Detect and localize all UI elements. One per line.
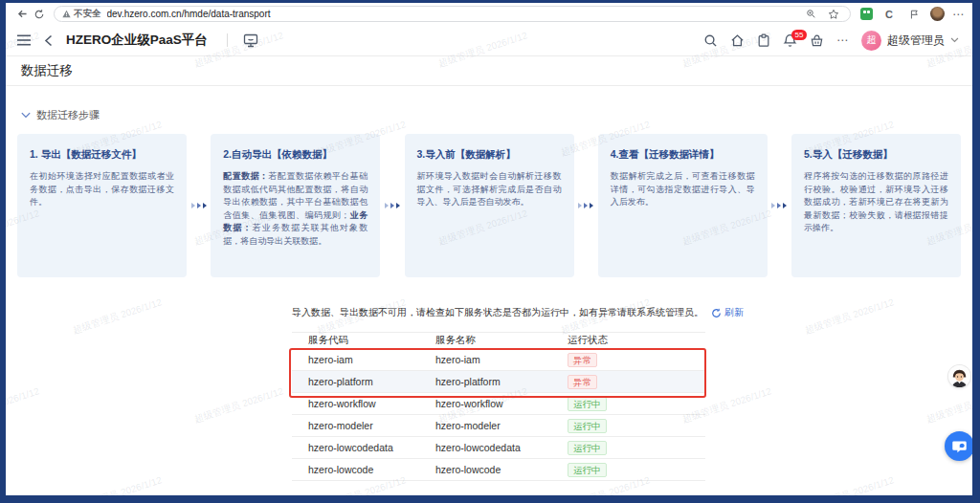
notification-bell-icon[interactable]: 55 [783,33,797,48]
step-card: 3.导入前【数据解析】新环境导入数据时会自动解析迁移数据文件，可选择解析完成后是… [405,134,574,277]
menu-hamburger-icon[interactable] [17,34,31,46]
cell-service-name: hzero-lowcodedata [435,442,568,453]
status-badge: 运行中 [568,441,607,455]
user-name: 超级管理员 [887,33,945,49]
step-body: 数据解析完成之后，可查看迁移数据详情，可勾选指定数据进行导入、导入后发布。 [611,170,755,209]
search-icon[interactable] [703,33,718,48]
cell-service-name: hzero-modeler [435,420,568,431]
col-header-service-code: 服务代码 [308,334,435,347]
watermark-text: 超级管理员 2026/1/12 [803,295,896,337]
status-badge: 异常 [568,353,597,367]
address-bar[interactable]: 不安全 dev.hzero.com.cn/hmde/data-transport [54,6,851,22]
not-secure-warning[interactable]: 不安全 [62,8,101,20]
cell-service-name: hzero-lowcode [435,464,568,475]
watermark-text: 超级管理员 2026/1/12 [71,295,164,337]
step-body: 新环境导入数据时会自动解析迁移数据文件，可选择解析完成后是否自动导入、导入后是否… [417,170,562,209]
table-header-row: 服务代码 服务名称 运行状态 [292,332,705,349]
cell-run-status: 运行中 [568,463,705,477]
table-row: hzero-lowcodedatahzero-lowcodedata运行中 [292,437,705,459]
app-title: HZERO企业级PaaS平台 [66,32,208,49]
steps-row: 1. 导出【数据迁移文件】在初始环境选择对应配置数据或者业务数据，点击导出，保存… [6,122,972,277]
step-arrow-icon [574,134,598,277]
section-chevron-icon [21,112,31,119]
cell-service-name: hzero-platform [435,376,568,387]
screenshot-frame: 不安全 dev.hzero.com.cn/hmde/data-transport… [0,0,980,503]
browser-profile-avatar[interactable] [930,7,945,21]
user-avatar[interactable]: 超 [861,31,881,51]
cell-run-status: 运行中 [568,441,705,455]
browser-sync-icon[interactable]: C [880,6,898,23]
step-arrow-icon [187,134,211,277]
step-title: 4.查看【迁移数据详情】 [611,148,755,162]
chat-assistant-button[interactable] [945,431,972,461]
watermark-text: 超级管理员 2026/1/12 [6,384,41,426]
extensions-icon[interactable] [860,8,873,20]
step-title: 3.导入前【数据解析】 [417,148,562,162]
flag-icon[interactable] [905,6,923,23]
cell-run-status: 运行中 [568,397,705,411]
chat-bubble-icon [951,438,968,454]
browser-more-icon[interactable]: ⋯ [952,8,965,21]
watermark-text: 超级管理员 2026/1/12 [924,384,972,426]
url-text[interactable]: dev.hzero.com.cn/hmde/data-transport [107,9,803,19]
step-body: 配置数据：若配置数据依赖平台基础数据或低代码其他配置数据，将自动导出依赖数据，其… [223,170,368,248]
assistant-avatar-widget[interactable] [948,365,970,387]
warning-triangle-icon [62,10,71,18]
step-title: 2.自动导出【依赖数据】 [223,148,368,162]
col-header-run-status: 运行状态 [568,334,705,347]
market-basket-icon[interactable] [810,33,824,48]
step-body: 程序将按勾选的迁移数据的原路径进行校验。校验通过，新环境导入迁移数据成功，若新环… [804,170,948,235]
step-title: 1. 导出【数据迁移文件】 [30,148,174,162]
step-body: 在初始环境选择对应配置数据或者业务数据，点击导出，保存数据迁移文件。 [30,170,174,209]
zoom-page-icon[interactable] [802,6,819,23]
cell-service-code: hzero-modeler [308,420,435,431]
favorite-star-icon[interactable] [825,6,842,23]
table-row: hzero-lowcodehzero-lowcode运行中 [292,459,705,481]
col-header-service-name: 服务名称 [435,334,568,347]
service-notice-text: 导入数据、导出数据不可用，请检查如下服务状态是否都为运行中，如有异常请联系系统管… [292,306,703,319]
cell-service-code: hzero-workflow [308,398,435,409]
workbench-monitor-icon[interactable] [243,33,258,48]
service-table-body: hzero-iamhzero-iam异常hzero-platformhzero-… [292,349,705,481]
page-title-row: 数据迁移 [6,56,972,86]
step-card: 1. 导出【数据迁移文件】在初始环境选择对应配置数据或者业务数据，点击导出，保存… [17,134,187,277]
browser-window: 不安全 dev.hzero.com.cn/hmde/data-transport… [6,3,972,495]
nav-back-icon[interactable] [44,34,53,47]
watermark-text: 超级管理员 2026/1/12 [71,473,164,495]
section-toggle-label: 数据迁移步骤 [36,108,100,122]
step-arrow-icon [768,134,791,277]
status-badge: 异常 [568,375,597,389]
clipboard-icon[interactable] [757,33,770,48]
step-card: 4.查看【迁移数据详情】数据解析完成之后，可查看迁移数据详情，可勾选指定数据进行… [598,134,768,277]
cell-service-code: hzero-lowcode [308,464,435,475]
step-arrow-icon [380,134,404,277]
status-badge: 运行中 [568,463,607,477]
home-icon[interactable] [730,33,745,48]
not-secure-label: 不安全 [74,8,101,20]
app-header: HZERO企业级PaaS平台 55 [6,25,972,56]
cell-service-name: hzero-iam [435,354,568,365]
header-more-icon[interactable]: ⋯ [836,33,849,47]
service-notice-line: 导入数据、导出数据不可用，请检查如下服务状态是否都为运行中，如有异常请联系系统管… [292,306,709,319]
cell-run-status: 运行中 [568,419,705,433]
chevron-down-icon [950,37,959,43]
cell-service-code: hzero-lowcodedata [308,442,435,453]
cell-run-status: 异常 [568,353,705,367]
user-menu[interactable]: 超 超级管理员 [861,31,959,51]
table-row: hzero-modelerhzero-modeler运行中 [292,415,705,437]
browser-reload-icon[interactable] [31,6,48,23]
service-status-section: 导入数据、导出数据不可用，请检查如下服务状态是否都为运行中，如有异常请联系系统管… [292,306,709,481]
refresh-button[interactable]: 刷新 [711,306,744,319]
title-divider [227,33,228,47]
assistant-avatar-face [948,365,970,387]
steps-section-toggle[interactable]: 数据迁移步骤 [21,108,972,122]
browser-toolbar: 不安全 dev.hzero.com.cn/hmde/data-transport… [6,3,972,25]
browser-back-icon[interactable] [13,6,31,23]
step-card: 5.导入【迁移数据】程序将按勾选的迁移数据的原路径进行校验。校验通过，新环境导入… [791,134,961,277]
table-row: hzero-platformhzero-platform异常 [292,371,705,393]
cell-service-name: hzero-workflow [435,398,568,409]
notification-count-badge: 55 [791,30,807,40]
refresh-icon [711,308,722,318]
page-title: 数据迁移 [21,62,73,79]
status-badge: 运行中 [568,397,607,411]
